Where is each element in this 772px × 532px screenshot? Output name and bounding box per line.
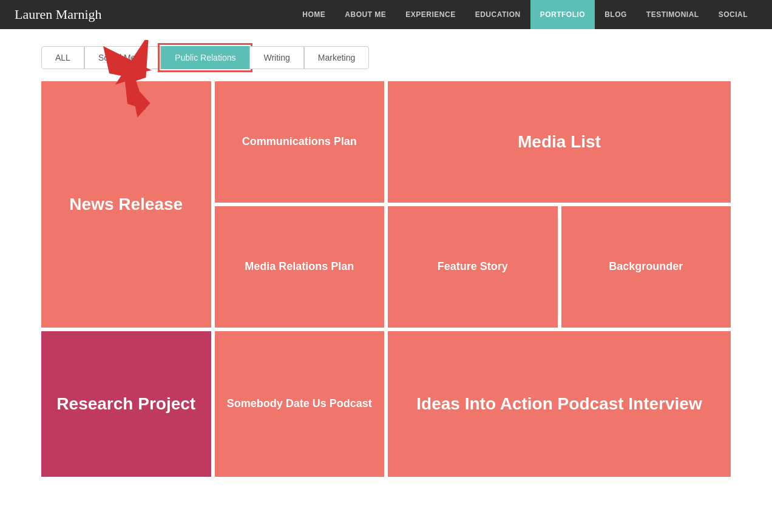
nav-testimonial[interactable]: TESTIMONIAL [637,0,709,29]
site-logo[interactable]: Lauren Marnigh [15,7,102,22]
portfolio-item-media-relations[interactable]: Media Relations Plan [215,206,385,328]
filter-all[interactable]: ALL [41,46,84,69]
portfolio-item-feature-story[interactable]: Feature Story [388,206,558,328]
portfolio-item-label: Research Project [47,383,205,425]
portfolio-item-label: Media List [508,121,611,163]
portfolio-item-label: Media Relations Plan [235,250,364,283]
portfolio-item-news-release[interactable]: News Release [41,81,211,328]
nav-education[interactable]: EDUCATION [466,0,530,29]
filter-writing[interactable]: Writing [249,46,303,69]
portfolio-item-label: Communications Plan [232,125,367,158]
nav-blog[interactable]: BLOG [595,0,637,29]
portfolio-item-media-list[interactable]: Media List [388,81,731,203]
navigation: Lauren Marnigh Home ABOUT ME EXPERIENCE … [0,0,772,29]
nav-social[interactable]: SOCIAL [709,0,757,29]
portfolio-item-comms-plan[interactable]: Communications Plan [215,81,385,203]
filter-public-relations[interactable]: Public Relations [161,46,249,69]
nav-home[interactable]: Home [293,0,335,29]
filter-section: ALL Social Media Public Relations Writin… [0,29,772,81]
portfolio-item-label: Backgrounder [599,250,692,283]
portfolio-item-research[interactable]: Research Project [41,331,211,477]
portfolio-item-somebody[interactable]: Somebody Date Us Podcast [215,331,385,477]
filter-marketing[interactable]: Marketing [304,46,369,69]
portfolio-item-ideas[interactable]: Ideas Into Action Podcast Interview [388,331,731,477]
portfolio-grid: News Release Communications Plan Media L… [0,81,772,501]
filter-social-media[interactable]: Social Media [84,46,161,69]
portfolio-item-label: Feature Story [428,250,518,283]
portfolio-item-backgrounder[interactable]: Backgrounder [561,206,731,328]
portfolio-item-label: Ideas Into Action Podcast Interview [407,383,711,425]
nav-portfolio[interactable]: PORTFOLIO [530,0,595,29]
portfolio-item-label: News Release [59,184,192,225]
portfolio-item-label: Somebody Date Us Podcast [217,387,382,420]
nav-about[interactable]: ABOUT ME [335,0,396,29]
nav-links: Home ABOUT ME EXPERIENCE EDUCATION PORTF… [293,0,757,29]
nav-experience[interactable]: EXPERIENCE [396,0,465,29]
